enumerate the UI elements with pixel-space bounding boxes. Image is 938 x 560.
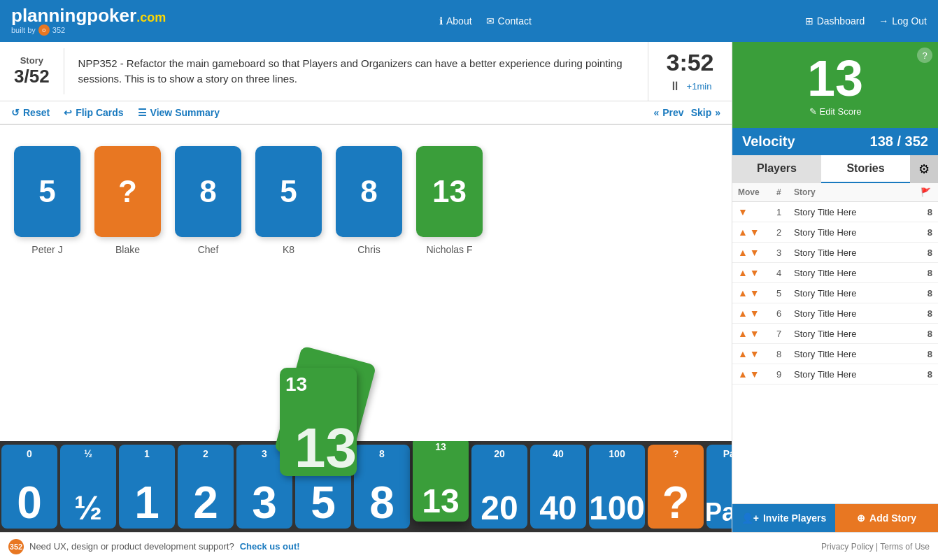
tab-players[interactable]: Players (732, 155, 821, 183)
deck-card-10[interactable]: 100 100 (589, 445, 645, 529)
prev-label: Prev (662, 107, 683, 118)
deck-big-5: 5 (311, 480, 336, 525)
story-row-8: ▲ ▼ 8 Story Title Here 8 (732, 344, 938, 364)
score-panel: ? 13 ✎ Edit Score (732, 42, 938, 128)
deck-card-3[interactable]: 2 2 (178, 445, 234, 529)
deck-card-7[interactable]: 13 13 (413, 441, 469, 522)
card-k8: 5 (255, 146, 322, 237)
story-3-up-btn[interactable]: ▲ (738, 247, 748, 258)
deck-big-4: 3 (252, 480, 277, 525)
deck-card-11[interactable]: ? ? (648, 445, 704, 529)
card-k8-value: 5 (280, 174, 297, 209)
story-4-down-btn[interactable]: ▼ (750, 267, 760, 278)
right-panel: ? 13 ✎ Edit Score Velocity 138 / 352 Pla… (732, 42, 938, 532)
velocity-bar: Velocity 138 / 352 (732, 128, 938, 155)
story-2-move: ▲ ▼ (738, 227, 776, 238)
story-3-down-btn[interactable]: ▼ (750, 247, 760, 258)
velocity-label: Velocity (742, 134, 795, 150)
player-peter-name: Peter J (31, 244, 62, 255)
story-label: Story (14, 55, 50, 66)
timer-pause-btn[interactable]: ⏸ (669, 79, 681, 94)
player-chef-name: Chef (198, 244, 219, 255)
invite-players-btn[interactable]: 👤+ Invite Players (732, 504, 835, 532)
bottom-right: Privacy Policy | Terms of Use (821, 542, 930, 552)
terms-link[interactable]: Terms of Use (880, 542, 930, 552)
footer-logo-icon: 352 (8, 539, 24, 554)
velocity-value: 138 / 352 (870, 134, 928, 150)
player-blake-name: Blake (115, 244, 140, 255)
story-9-up-btn[interactable]: ▲ (738, 368, 748, 380)
story-4-up-btn[interactable]: ▲ (738, 267, 748, 278)
timer-add-btn[interactable]: +1min (687, 81, 712, 92)
deck-card-9[interactable]: 40 40 (530, 445, 586, 529)
story-4-title: Story Title Here (794, 268, 918, 278)
prev-skip: « Prev Skip » (653, 107, 720, 118)
logo-name: planningpoker (11, 5, 136, 26)
story-row-7: ▲ ▼ 7 Story Title Here 8 (732, 324, 938, 344)
action-bar: ↺ Reset ↩ Flip Cards ☰ View Summary « Pr… (0, 101, 732, 125)
story-8-down-btn[interactable]: ▼ (750, 348, 760, 359)
flip-cards-btn[interactable]: ↩ Flip Cards (64, 107, 123, 118)
story-8-score: 8 (918, 349, 932, 359)
story-7-up-btn[interactable]: ▲ (738, 328, 748, 339)
settings-icon[interactable]: ⚙ (910, 155, 938, 183)
story-7-down-btn[interactable]: ▼ (750, 328, 760, 339)
skip-btn[interactable]: Skip » (691, 107, 720, 118)
story-6-down-btn[interactable]: ▼ (750, 308, 760, 319)
floating-card-front: 13 13 (280, 368, 357, 476)
deck-card-1[interactable]: ½ ½ (60, 445, 116, 529)
skip-icon: » (715, 107, 720, 118)
story-1-title: Story Title Here (794, 207, 918, 217)
story-8-num: 8 (776, 349, 794, 359)
story-2-up-btn[interactable]: ▲ (738, 227, 748, 238)
deck-card-8[interactable]: 20 20 (471, 445, 527, 529)
contact-label: Contact (498, 15, 532, 27)
story-5-title: Story Title Here (794, 288, 918, 299)
story-6-up-btn[interactable]: ▲ (738, 308, 748, 319)
deck-card-6[interactable]: 8 8 (354, 445, 410, 529)
tab-stories[interactable]: Stories (821, 155, 910, 183)
story-5-down-btn[interactable]: ▼ (750, 287, 760, 299)
dashboard-btn[interactable]: ⊞ Dashboard (805, 15, 865, 27)
prev-btn[interactable]: « Prev (653, 107, 683, 118)
help-icon[interactable]: ? (917, 48, 932, 63)
deck-card-12[interactable]: Pass Pass (706, 445, 732, 529)
deck-card-0[interactable]: 0 0 (1, 445, 57, 529)
about-icon: ℹ (439, 15, 443, 27)
deck-label-9: 40 (553, 448, 564, 459)
story-8-up-btn[interactable]: ▲ (738, 348, 748, 359)
story-9-title: Story Title Here (794, 369, 918, 380)
stories-list: Move # Story 🚩 ▼ 1 Story Title Here 8 ▲ … (732, 183, 938, 503)
about-link[interactable]: ℹ About (439, 15, 472, 27)
story-3-num: 3 (776, 247, 794, 258)
contact-link[interactable]: ✉ Contact (486, 15, 532, 27)
story-9-down-btn[interactable]: ▼ (750, 368, 760, 380)
header-move: Move (738, 187, 776, 197)
deck-card-2[interactable]: 1 1 (119, 445, 175, 529)
reset-btn[interactable]: ↺ Reset (11, 107, 50, 118)
story-6-score: 8 (918, 308, 932, 319)
edit-score-btn[interactable]: ✎ Edit Score (744, 106, 927, 117)
logout-btn[interactable]: → Log Out (879, 15, 927, 27)
reset-label: Reset (23, 107, 50, 118)
dashboard-icon: ⊞ (805, 15, 813, 27)
story-2-num: 2 (776, 227, 794, 238)
story-row-2: ▲ ▼ 2 Story Title Here 8 (732, 222, 938, 243)
deck-row: 0 0 ½ ½ 1 1 2 2 3 3 (0, 441, 732, 532)
story-2-down-btn[interactable]: ▼ (750, 227, 760, 238)
contact-icon: ✉ (486, 15, 495, 27)
privacy-link[interactable]: Privacy Policy (821, 542, 874, 552)
story-row-6: ▲ ▼ 6 Story Title Here 8 (732, 303, 938, 324)
player-card-2: 8 Chef (175, 146, 241, 255)
invite-label: Invite Players (763, 512, 826, 524)
story-7-title: Story Title Here (794, 329, 918, 339)
add-story-btn[interactable]: ⊕ Add Story (835, 504, 938, 532)
story-9-score: 8 (918, 369, 932, 380)
story-6-move: ▲ ▼ (738, 308, 776, 319)
story-1-down-btn[interactable]: ▼ (738, 206, 748, 217)
footer-cta-link[interactable]: Check us out! (240, 541, 300, 552)
story-5-up-btn[interactable]: ▲ (738, 287, 748, 299)
card-chef-value: 8 (199, 174, 216, 209)
view-summary-btn[interactable]: ☰ View Summary (138, 107, 220, 118)
logo[interactable]: planningpoker.com (11, 6, 166, 24)
